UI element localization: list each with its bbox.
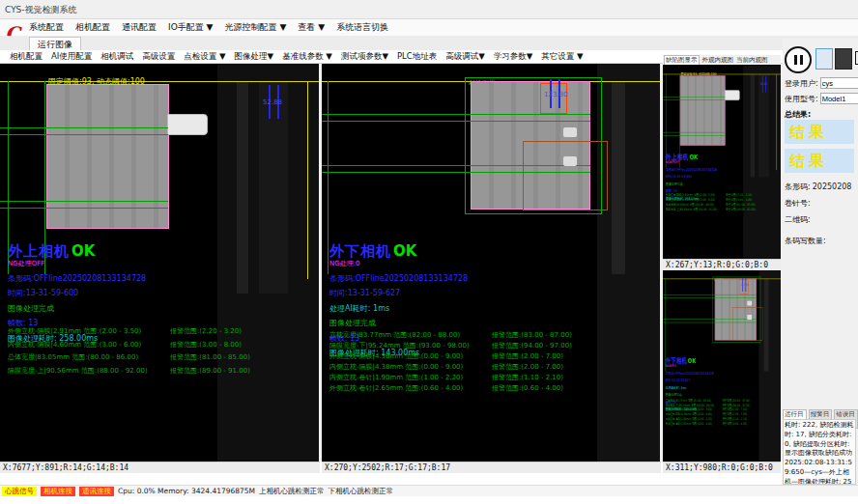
toolbar-camera-debug[interactable]: 相机调试 bbox=[100, 51, 133, 63]
alarm-range: 报警范围:(2.20 - 3.20) bbox=[170, 326, 315, 340]
measure-line bbox=[322, 172, 590, 173]
barcode-row: 条形码: 20250208 bbox=[785, 182, 851, 192]
cpu-memory-status: Cpu: 0.0% Memory: 3424.41796875M bbox=[118, 487, 255, 495]
measurement-table: 外侧立枕-隔膜|2.91mm 范围:(2.00 - 3.50)报警范围:(2.2… bbox=[666, 193, 781, 211]
measure-name: 内侧立枕-卷针|1.90mm 范围:(1.00 - 2.20) bbox=[329, 373, 492, 383]
threshold-label: 固定阈值:93, 动态阈值:100 bbox=[681, 71, 717, 76]
measure-line bbox=[322, 121, 590, 122]
barcode-line: 条形码:OFFline20250208133134728 bbox=[666, 371, 714, 376]
time-line: 时间:13-31-59-600 bbox=[666, 175, 717, 180]
machine-band bbox=[612, 81, 625, 274]
alarm-range: 报警范围:(0.60 - 4.00) bbox=[722, 421, 779, 426]
menu-comm-config[interactable]: 通讯配置 bbox=[122, 21, 157, 34]
barcode-count-label: 条码写数量: bbox=[785, 236, 826, 246]
measurement-row: 外侧立枕-隔膜|2.91mm 范围:(2.00 - 3.50)报警范围:(2.2… bbox=[8, 326, 315, 340]
toolbar-ai-config[interactable]: AI使用配置 bbox=[51, 51, 92, 63]
done-line: 图像处理完成 bbox=[666, 182, 717, 186]
caliper-value: 123.80 bbox=[544, 91, 568, 98]
measurement-row: 立枕宽度|83.77mm 范围:(82.00 - 88.00)报警范围:(83.… bbox=[329, 330, 656, 341]
window-titlebar[interactable]: CYS-视觉检测系统 bbox=[0, 0, 858, 19]
total-result-label: 总结果: bbox=[785, 109, 811, 120]
model-label: 使用型号: bbox=[785, 94, 818, 104]
model-row: 使用型号: bbox=[785, 93, 858, 104]
toolbar-baseline-params[interactable]: 基准线参数 ▼ bbox=[282, 51, 332, 63]
alarm-range: 报警范围:(89.00 - 91.00) bbox=[170, 366, 315, 379]
toolbar-image-processing[interactable]: 图像处理▼ bbox=[235, 51, 274, 63]
measurement-row: 隔膜宽度-上|90.56mm 范围:(88.00 - 92.00)报警范围:(8… bbox=[8, 366, 315, 379]
alarm-range: 报警范围:(81.00 - 85.00) bbox=[170, 352, 315, 366]
measure-line bbox=[0, 208, 168, 209]
measurement-row: 隔膜宽度-下|95.24mm 范围:(93.00 - 98.00)报警范围:(9… bbox=[329, 341, 656, 351]
menu-camera-config[interactable]: 相机配置 bbox=[75, 21, 110, 34]
measure-name: 外侧立枕-卷针|2.65mm 范围:(0.60 - 4.00) bbox=[666, 421, 723, 426]
login-user-button[interactable] bbox=[815, 48, 833, 70]
mini-lower-camera-view[interactable]: AI检测框 123.80 外下相机OK NG处理:0 条形码:OFFline20… bbox=[663, 270, 781, 462]
defect-box bbox=[540, 83, 567, 114]
mini2-coordinate-status: X:311;Y:980;R:0;G:0;B:0 bbox=[663, 462, 781, 473]
measurement-row: 隔膜宽度-上|90.56mm 范围:(88.00 - 92.00)报警范围:(8… bbox=[666, 207, 781, 211]
operator-button[interactable] bbox=[835, 48, 852, 70]
reflection-spot bbox=[747, 315, 752, 320]
toolbar-test-params[interactable]: 测试项参数▼ bbox=[341, 51, 388, 63]
toolbar-other-settings[interactable]: 其它设置 ▼ bbox=[541, 51, 583, 63]
camera-name: 外上相机 bbox=[8, 242, 70, 260]
measure-line bbox=[328, 81, 329, 274]
ai-time-line: 处理AI耗时: 1ms bbox=[666, 385, 714, 390]
view-divider bbox=[319, 64, 322, 462]
menu-system-config[interactable]: 系统配置 bbox=[29, 21, 64, 34]
login-user-label: 登录用户: bbox=[785, 78, 818, 89]
measurement-row: 内侧立枕-隔膜|4.38mm 范围:(0.00 - 9.00)报警范围:(2.0… bbox=[329, 362, 656, 373]
camera-connection-badge: 相机连接 bbox=[41, 487, 75, 496]
result-box-upper: 结果 bbox=[785, 120, 854, 144]
caliper-value: 52.88 bbox=[263, 98, 282, 106]
toolbar-camera-config[interactable]: 相机配置 bbox=[10, 51, 43, 63]
toolbar-learning-params[interactable]: 学习参数▼ bbox=[494, 51, 533, 63]
alarm-range: 报警范围:(89.00 - 91.00) bbox=[726, 207, 781, 211]
menu-view[interactable]: 查看 ▼ bbox=[298, 21, 325, 34]
model-field[interactable] bbox=[820, 93, 858, 104]
pause-icon bbox=[794, 55, 797, 65]
pause-icon bbox=[800, 55, 803, 65]
toolbar-plc-address[interactable]: PLC地址表 bbox=[397, 51, 437, 63]
measure-name: 外侧立枕-隔膜|4.36mm 范围:(0.00 - 9.00) bbox=[329, 351, 492, 362]
window-title: CYS-视觉检测系统 bbox=[5, 5, 77, 14]
tab-defect-view[interactable]: 缺陷图显示 bbox=[664, 55, 700, 65]
measure-name: 隔膜宽度-下|95.24mm 范围:(93.00 - 98.00) bbox=[329, 341, 492, 351]
right-coordinate-status: X:270;Y:2502;R:17;G:17;B:17 bbox=[322, 462, 661, 473]
toolbar-advanced-settings[interactable]: 高级设置 bbox=[142, 51, 175, 63]
machine-band bbox=[237, 81, 248, 294]
machine-band bbox=[764, 279, 769, 372]
menu-language-switch[interactable]: 系统语言切换 bbox=[336, 21, 388, 34]
mini-upper-camera-view[interactable]: 52.88 固定阈值:93, 动态阈值:100 外上相机OK NG处理OFF 条… bbox=[663, 66, 781, 259]
login-user-row: 登录用户: bbox=[785, 77, 858, 89]
menu-io-config[interactable]: IO手配置 ▼ bbox=[168, 21, 214, 34]
reflection-spot bbox=[563, 156, 577, 166]
pause-button[interactable] bbox=[785, 46, 812, 73]
lower-camera-view[interactable]: AI检测框 123.80 外下相机OK NG处理:0 条形码:OFFline20… bbox=[322, 64, 660, 462]
toolbar-advanced-debug[interactable]: 高级调试▼ bbox=[445, 51, 485, 63]
tab-current-view[interactable]: 当前内观图 bbox=[736, 56, 768, 65]
result-ok: OK bbox=[689, 153, 698, 161]
upper-camera-heartbeat-status: 上相机心跳检测正常 bbox=[259, 487, 325, 496]
barcode-line: 条形码:OFFline20250208133134728 bbox=[666, 167, 717, 172]
barcode-value: 20250208 bbox=[813, 182, 852, 191]
result-ok: OK bbox=[393, 242, 416, 260]
result-ok: OK bbox=[688, 356, 697, 365]
tab-outer-view[interactable]: 外观内观图 bbox=[702, 56, 734, 65]
roi-box bbox=[733, 307, 763, 341]
alarm-range: 报警范围:(83.00 - 87.00) bbox=[492, 330, 656, 341]
upper-camera-view[interactable]: 52.88 固定阈值:93, 动态阈值:100 外上相机OK NG处理OFF 条… bbox=[0, 64, 319, 462]
exit-button[interactable] bbox=[852, 48, 858, 68]
measurement-row: 外侧立枕-隔膜|4.36mm 范围:(0.00 - 9.00)报警范围:(2.0… bbox=[329, 351, 656, 362]
toolbar-spot-check[interactable]: 点检设置 ▼ bbox=[184, 51, 225, 63]
control-panel: 登录用户: 使用型号: 总结果: 结果 结果 条形码: 20250208 卷针号… bbox=[783, 39, 858, 485]
measurement-table: 外侧立枕-隔膜|2.91mm 范围:(2.00 - 3.50)报警范围:(2.2… bbox=[8, 326, 315, 378]
alarm-range: 报警范围:(94.00 - 97.00) bbox=[492, 341, 656, 351]
alarm-range: 报警范围:(2.00 - 7.00) bbox=[492, 351, 656, 362]
exit-door-icon bbox=[855, 51, 858, 65]
menu-light-config[interactable]: 光源控制配置 ▼ bbox=[225, 21, 287, 34]
roi-box bbox=[523, 141, 608, 210]
measurement-row: 外侧立枕-卷针|2.65mm 范围:(0.60 - 4.00)报警范围:(0.6… bbox=[329, 383, 656, 394]
measure-name: 内侧立枕-隔膜|4.60mm 范围:(3.00 - 6.00) bbox=[8, 340, 170, 353]
login-user-field[interactable] bbox=[820, 77, 858, 89]
